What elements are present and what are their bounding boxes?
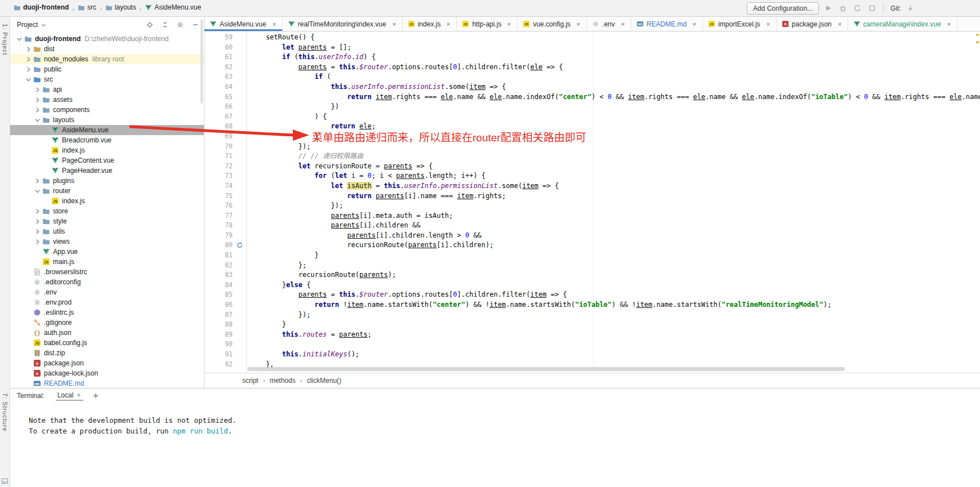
tree-item-readme.md[interactable]: MDREADME.md	[10, 378, 204, 388]
line-number[interactable]: 78	[204, 221, 246, 231]
vcs-update-icon[interactable]	[906, 4, 915, 12]
terminal-tab-local[interactable]: Local	[56, 390, 84, 401]
chevron-right-icon[interactable]	[34, 86, 41, 93]
tree-item-dist.zip[interactable]: dist.zip	[10, 348, 204, 358]
tree-item-views[interactable]: views	[10, 236, 204, 247]
line-number[interactable]: 70	[204, 142, 246, 152]
chevron-right-icon[interactable]	[34, 218, 41, 225]
chevron-right-icon[interactable]	[25, 46, 32, 53]
tree-item-main.js[interactable]: JSmain.js	[10, 257, 204, 267]
tree-item-.browserslistrc[interactable]: .browserslistrc	[10, 267, 204, 277]
line-number[interactable]: 81	[204, 251, 246, 261]
tree-item-package.json[interactable]: npackage.json	[10, 358, 204, 368]
titlebar-crumb-src[interactable]: src	[78, 3, 96, 11]
editor-breadcrumb-script[interactable]: script	[242, 377, 259, 385]
line-number[interactable]: 91	[204, 350, 246, 360]
editor-tab-realtimemonitoring-index.vue[interactable]: realTimeMonitoring\index.vue	[283, 17, 403, 31]
tree-item-duoji-frontend[interactable]: duoji-frontendD:\zheheWeb\duoji-frontend	[10, 34, 204, 44]
line-number[interactable]: 60	[204, 43, 246, 53]
line-number[interactable]: 89	[204, 330, 246, 340]
editor-breadcrumb-methods[interactable]: methods	[270, 377, 296, 385]
line-number[interactable]: 79	[204, 231, 246, 241]
run-icon[interactable]	[824, 4, 832, 12]
line-number[interactable]: 88	[204, 320, 246, 330]
close-icon[interactable]	[506, 21, 512, 27]
chevron-right-icon[interactable]	[34, 208, 41, 215]
titlebar-crumb-asidemenu.vue[interactable]: AsideMenu.vue	[145, 3, 201, 11]
close-icon[interactable]	[76, 392, 82, 398]
tree-item-layouts[interactable]: layouts	[10, 115, 204, 125]
line-number[interactable]: 68	[204, 122, 246, 132]
tree-item-pageheader.vue[interactable]: PageHeader.vue	[10, 166, 204, 176]
tree-item-.gitignore[interactable]: .gitignore	[10, 318, 204, 328]
tree-item-dist[interactable]: dist	[10, 44, 204, 54]
stop-icon[interactable]	[868, 4, 876, 12]
line-number[interactable]: 82	[204, 261, 246, 271]
tree-item-public[interactable]: public	[10, 64, 204, 74]
line-number[interactable]: 72	[204, 162, 246, 172]
tree-item-.env.prod[interactable]: .env.prod	[10, 297, 204, 307]
line-number[interactable]: 63	[204, 72, 246, 82]
line-number[interactable]: 77	[204, 211, 246, 221]
tree-item-babel.config.js[interactable]: JSbabel.config.js	[10, 338, 204, 348]
line-number[interactable]: 62	[204, 62, 246, 73]
line-number[interactable]: 71	[204, 151, 246, 162]
new-terminal-button[interactable]	[92, 392, 99, 399]
close-icon[interactable]	[837, 21, 843, 27]
tree-item-src[interactable]: src	[10, 74, 204, 84]
tree-item-.eslintrc.js[interactable]: .eslintrc.js	[10, 307, 204, 318]
tree-item-store[interactable]: store	[10, 206, 204, 216]
tree-item-breadcrumb.vue[interactable]: Breadcrumb.vue	[10, 135, 204, 145]
chevron-right-icon[interactable]	[25, 56, 32, 63]
line-number[interactable]: 66	[204, 102, 246, 112]
editor-tab-package.json[interactable]: npackage.json	[777, 17, 848, 31]
project-view-selector[interactable]: Project	[17, 21, 47, 29]
chevron-right-icon[interactable]	[34, 177, 41, 185]
tree-item-utils[interactable]: utils	[10, 226, 204, 236]
editor-tab-vue.config.js[interactable]: JSvue.config.js	[518, 17, 587, 31]
tree-item-app.vue[interactable]: App.vue	[10, 247, 204, 257]
terminal-output[interactable]: Note that the development build is not o…	[10, 403, 980, 436]
chevron-down-icon[interactable]	[16, 35, 23, 43]
line-number[interactable]: 73	[204, 171, 246, 181]
titlebar-crumb-layouts[interactable]: layouts	[105, 3, 136, 11]
horizontal-scrollbar[interactable]	[247, 367, 845, 371]
line-number[interactable]: 74	[204, 181, 246, 191]
close-icon[interactable]	[271, 21, 277, 27]
code-editor[interactable]: 59 setRoute() {60 let parents = [];61 if…	[204, 32, 980, 373]
locate-icon[interactable]	[146, 21, 154, 29]
line-number[interactable]: 84	[204, 280, 246, 291]
chevron-right-icon[interactable]	[34, 228, 41, 235]
tree-item-package-lock.json[interactable]: npackage-lock.json	[10, 368, 204, 378]
line-number[interactable]: 76	[204, 201, 246, 211]
line-number[interactable]: 83	[204, 270, 246, 280]
collapse-all-icon[interactable]	[161, 21, 169, 29]
tree-item-.editorconfig[interactable]: .editorconfig	[10, 277, 204, 287]
titlebar-crumb-duoji-frontend[interactable]: duoji-frontend	[14, 3, 69, 11]
chevron-right-icon[interactable]	[34, 96, 41, 104]
chevron-right-icon[interactable]	[34, 106, 41, 114]
tree-item-router[interactable]: router	[10, 186, 204, 196]
chevron-down-icon[interactable]	[34, 117, 41, 124]
editor-tab-.env[interactable]: .env	[587, 17, 631, 31]
tree-item-assets[interactable]: assets	[10, 95, 204, 105]
toolwindow-toggle-icon[interactable]	[1, 477, 8, 485]
close-icon[interactable]	[446, 21, 451, 27]
update-project-icon[interactable]	[853, 4, 862, 12]
tree-item-.env[interactable]: .env	[10, 287, 204, 297]
editor-tab-http-api.js[interactable]: JShttp-api.js	[457, 17, 518, 31]
editor-breadcrumb-clickmenu-[interactable]: clickMenu()	[307, 377, 341, 385]
tree-item-pagecontent.vue[interactable]: PageContent.vue	[10, 155, 204, 166]
close-icon[interactable]	[620, 21, 626, 27]
line-number[interactable]: 87	[204, 310, 246, 320]
line-number[interactable]: 86	[204, 300, 246, 310]
line-number[interactable]: 61	[204, 52, 246, 62]
chevron-right-icon[interactable]	[25, 66, 32, 73]
tree-item-auth.json[interactable]: {}auth.json	[10, 328, 204, 338]
chevron-down-icon[interactable]	[34, 187, 41, 195]
tree-item-node-modules[interactable]: node_moduleslibrary root	[10, 54, 204, 64]
tree-item-index.js[interactable]: JSindex.js	[10, 196, 204, 206]
add-configuration-button[interactable]: Add Configuration...	[747, 2, 819, 15]
line-number[interactable]: 69	[204, 132, 246, 142]
close-icon[interactable]	[765, 21, 771, 27]
